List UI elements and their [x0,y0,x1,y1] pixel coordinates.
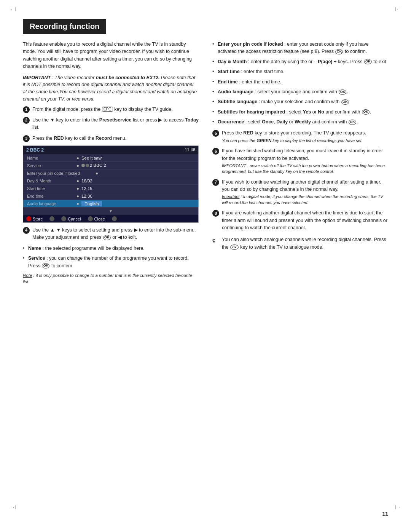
grey-dot-3 [88,216,93,221]
ok-symbol-audio: OK [339,89,346,95]
bullet-list-right: Enter your pin code if locked : enter yo… [212,41,388,126]
tv-guide-dot-start: ● [76,186,79,191]
tv-guide-scroll: ▼ [23,208,198,215]
corner-mark-tl: ⌐ | [11,7,16,11]
tv-guide-footer: Store Cancel Close [23,215,198,222]
step-c: ç You can also watch analogue channels w… [212,236,388,251]
footer-btn-grey1 [49,216,54,221]
bullet-occurrence: Occurrence : select Once, Daily or Weekl… [212,118,388,126]
step-7-content: If you wish to continue watching another… [222,179,388,208]
step-4-number: 4 [23,227,30,234]
tv-guide-row-end: End time ● 12:30 [23,192,198,200]
step-8-content: If you are watching another digital chan… [222,209,388,232]
page-number: 11 [382,511,388,517]
ok-symbol-occurrence: OK [349,120,356,125]
bullet-pin: Enter your pin code if locked : enter yo… [212,41,388,56]
step-5-note: You can press the GREEN key to display t… [222,138,388,144]
step-4: 4 Use the ▲ ▼ keys to select a setting a… [23,227,199,241]
step-5-content: Press the RED key to store your recordin… [222,129,388,145]
step-7-note: Important : In digital mode, if you chan… [222,194,388,206]
tv-guide-header: 2 BBC 2 11:46 [23,146,198,154]
step-3-content: Press the RED key to call the Record men… [32,135,199,142]
tv-guide-label-name: Name [27,156,76,160]
step-5-number: 5 [212,130,219,137]
bullet-service: Service : you can change the number of t… [23,255,199,270]
grey-dot-4 [112,216,117,221]
tv-guide-label-service: Service [27,163,76,168]
step-c-symbol: ç [212,236,219,244]
tv-guide-dot-service: ● [76,163,79,168]
tv-guide-row-audio: Audio language ● English [23,200,198,208]
step-8-number: 8 [212,210,219,217]
bullet-start: Start time : enter the start time. [212,68,388,75]
tv-guide-channel: 2 BBC 2 [26,147,44,153]
ok-symbol-subtitle: OK [341,99,349,105]
tv-guide-value-day: 16/02 [81,179,195,183]
scroll-arrow: ▼ [109,209,113,213]
step-7: 7 If you wish to continue watching anoth… [212,179,388,208]
tv-guide-value-audio: English [81,201,195,206]
tv-guide-dot-pin: ● [96,171,98,176]
intro-para-1: This feature enables you to record a dig… [23,41,199,70]
tv-guide-value-service: 2 BBC 2 [81,163,195,168]
tv-guide-label-audio: Audio language [27,201,76,206]
bullet-day: Day & Month : enter the date by using th… [212,58,388,66]
corner-mark-bl: ¬ | [11,505,16,509]
grey-dot-2 [61,216,66,221]
tv-guide-value-start: 12:15 [81,186,195,191]
step-8: 8 If you are watching another digital ch… [212,209,388,232]
tv-guide-dot-name: ● [76,156,79,160]
close-label: Close [94,217,105,221]
bullet-name: Name : the selected programme will be di… [23,245,199,252]
step-6-number: 6 [212,148,219,155]
step-3-number: 3 [23,135,30,142]
step-6-note: IMPORTANT : never switch off the TV with… [222,163,388,175]
step-c-content: You can also watch analogue channels whi… [222,236,388,251]
note-text-left: Note : it is only possible to change to … [23,272,199,285]
footer-btn-cancel: Cancel [61,216,81,221]
tv-guide-label-day: Day & Month [27,179,76,183]
step-6: 6 If you have finished watching televisi… [212,147,388,176]
tv-guide-row-name: Name ● See it saw [23,154,198,162]
tv-guide-label-pin: Enter your pin code if locked [27,171,96,176]
bullet-subtitle-lang: Subtitle language : make your selection … [212,98,388,105]
tv-guide-body: Name ● See it saw Service ● 2 BBC 2 [23,154,198,215]
cancel-label: Cancel [68,217,81,221]
step-1: 1 From the digital mode, press the EPG k… [23,106,199,113]
step-1-number: 1 [23,106,30,113]
left-column: This feature enables you to record a dig… [23,41,199,285]
important-para: IMPORTANT : The video recorder must be c… [23,74,199,103]
step-5: 5 Press the RED key to store your record… [212,129,388,145]
ok-symbol-service: OK [42,263,49,268]
footer-btn-red: Store [26,216,43,221]
bullet-audio: Audio language : select your language an… [212,88,388,96]
tv-guide-dot-audio: ● [76,201,79,206]
red-dot [26,216,31,221]
corner-mark-br: | ¬ [395,505,400,509]
step-4-content: Use the ▲ ▼ keys to select a setting and… [32,227,199,241]
step-7-number: 7 [212,179,219,186]
ok-symbol-hearing: OK [362,109,370,115]
tv-guide-label-end: End time [27,194,76,198]
tv-guide-row-service: Service ● 2 BBC 2 [23,162,198,169]
tv-guide-label-start: Start time [27,186,76,191]
right-column: Enter your pin code if locked : enter yo… [212,41,388,254]
footer-btn-close: Close [88,216,105,221]
bullet-list-left: Name : the selected programme will be di… [23,245,199,270]
tv-guide-time: 11:46 [185,147,195,153]
ok-symbol-4: OK [103,235,111,240]
section-title: Recording function [23,19,106,34]
tv-guide-row-pin: Enter your pin code if locked ● [23,169,198,177]
bullet-hearing: Subtitles for hearing impaired : select … [212,109,388,116]
av-symbol: AV [230,244,239,250]
grey-dot-1 [49,216,54,221]
store-label: Store [33,217,43,221]
tv-guide-row-day: Day & Month ● 16/02 [23,177,198,185]
step-2: 2 Use the ▼ key to enter into the Preset… [23,117,199,131]
step-1-content: From the digital mode, press the EPG key… [32,106,199,113]
ok-symbol-day: OK [364,59,372,64]
bullet-end: End time : enter the end time. [212,78,388,86]
tv-guide-row-start: Start time ● 12:15 [23,185,198,192]
step-6-content: If you have finished watching television… [222,147,388,176]
tv-guide-dot-end: ● [76,194,79,198]
